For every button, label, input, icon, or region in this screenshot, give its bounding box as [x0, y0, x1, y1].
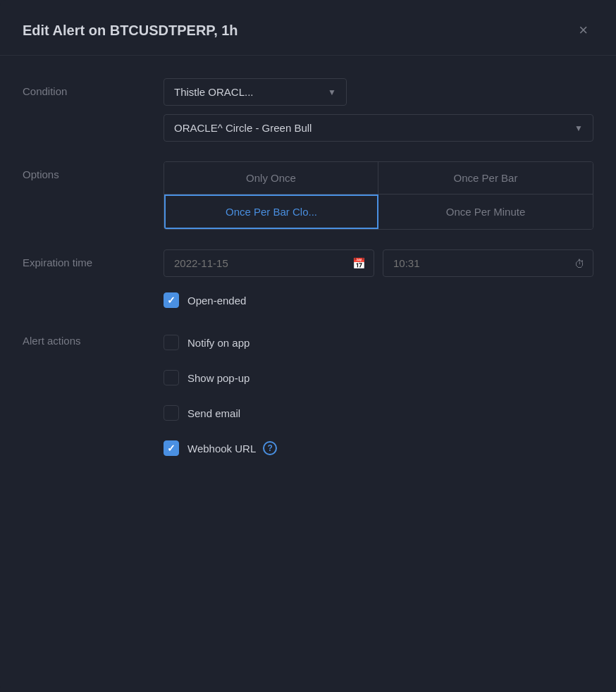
condition-dropdown-1-value: Thistle ORACL...: [174, 86, 254, 98]
show-popup-label: Show pop-up: [187, 372, 250, 384]
webhook-url-row: Webhook URL ?: [164, 440, 593, 456]
open-ended-row: Open-ended: [164, 292, 593, 308]
chevron-down-icon: ▼: [328, 87, 336, 97]
edit-alert-dialog: Edit Alert on BTCUSDTPERP, 1h × Conditio…: [0, 0, 616, 692]
expiration-label: Expiration time: [23, 249, 164, 268]
webhook-label-container: Webhook URL ?: [187, 441, 277, 455]
notify-app-label: Notify on app: [187, 337, 250, 349]
notify-app-row: Notify on app: [164, 335, 593, 350]
only-once-button[interactable]: Only Once: [164, 162, 378, 194]
once-per-minute-button[interactable]: Once Per Minute: [378, 194, 593, 229]
condition-dropdown-2[interactable]: ORACLE^ Circle - Green Bull ▼: [164, 114, 593, 142]
alert-actions-row: Alert actions Notify on app Show pop-up …: [23, 328, 593, 456]
condition-dropdown-1[interactable]: Thistle ORACL... ▼: [164, 78, 347, 106]
open-ended-checkbox[interactable]: [164, 292, 179, 308]
send-email-checkbox[interactable]: [164, 405, 179, 421]
webhook-url-label: Webhook URL: [187, 443, 256, 455]
calendar-icon: 📅: [352, 257, 366, 270]
send-email-label: Send email: [187, 407, 240, 419]
webhook-url-checkbox[interactable]: [164, 440, 179, 456]
clock-icon: ⏱: [574, 257, 585, 269]
show-popup-row: Show pop-up: [164, 370, 593, 385]
options-label: Options: [23, 161, 164, 180]
open-ended-label: Open-ended: [187, 295, 246, 307]
options-grid: Only Once Once Per Bar Once Per Bar Clo.…: [164, 161, 593, 230]
date-input-wrap: 📅: [164, 249, 374, 277]
help-icon[interactable]: ?: [263, 441, 277, 455]
condition-dropdown-2-value: ORACLE^ Circle - Green Bull: [174, 122, 312, 134]
send-email-row: Send email: [164, 405, 593, 421]
time-input[interactable]: [383, 249, 593, 277]
time-input-wrap: ⏱: [383, 249, 593, 277]
dialog-body: Condition Thistle ORACL... ▼ ORACLE^ Cir…: [0, 56, 616, 498]
condition-row: Condition Thistle ORACL... ▼ ORACLE^ Cir…: [23, 78, 593, 142]
condition-controls: Thistle ORACL... ▼ ORACLE^ Circle - Gree…: [164, 78, 593, 142]
date-input[interactable]: [164, 249, 374, 277]
options-controls: Only Once Once Per Bar Once Per Bar Clo.…: [164, 161, 593, 230]
dialog-header: Edit Alert on BTCUSDTPERP, 1h ×: [0, 0, 616, 56]
options-row: Options Only Once Once Per Bar Once Per …: [23, 161, 593, 230]
expiration-row: Expiration time 📅 ⏱ Open-ended: [23, 249, 593, 308]
chevron-down-icon-2: ▼: [574, 123, 583, 133]
alert-actions-controls: Notify on app Show pop-up Send email Web…: [164, 328, 593, 456]
once-per-bar-close-button[interactable]: Once Per Bar Clo...: [164, 194, 378, 229]
alert-actions-label: Alert actions: [23, 328, 164, 347]
close-button[interactable]: ×: [573, 20, 593, 41]
dialog-title: Edit Alert on BTCUSDTPERP, 1h: [23, 23, 238, 39]
condition-label: Condition: [23, 78, 164, 97]
notify-app-checkbox[interactable]: [164, 335, 179, 350]
once-per-bar-button[interactable]: Once Per Bar: [378, 162, 593, 194]
show-popup-checkbox[interactable]: [164, 370, 179, 385]
expiration-controls: 📅 ⏱ Open-ended: [164, 249, 593, 308]
expiry-inputs-row: 📅 ⏱: [164, 249, 593, 277]
